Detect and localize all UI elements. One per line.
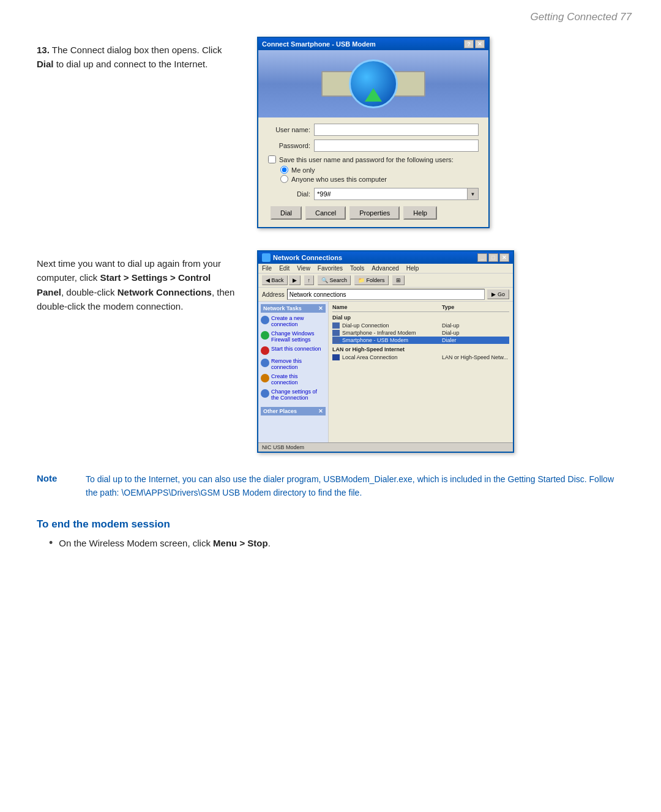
network-sidebar: Network Tasks ✕ Create a new connection …: [258, 302, 329, 442]
network-toolbar: ◀ Back ▶ ↑ 🔍 Search 📁 Folders ⊞: [258, 274, 513, 288]
section-next-text: Next time you want to dial up again from…: [37, 250, 257, 313]
note-label: Note: [37, 472, 86, 500]
col-name-header: Name: [332, 304, 442, 310]
statusbar-text: NIC USB Modem: [262, 444, 304, 450]
bullet-dot: •: [49, 537, 53, 550]
save-password-checkbox[interactable]: [268, 155, 276, 163]
dial-row: Dial: ▼: [268, 188, 479, 200]
toolbar-back-group: ◀ Back ▶: [262, 275, 301, 285]
cancel-button[interactable]: Cancel: [305, 206, 346, 220]
network-minimize-btn[interactable]: _: [477, 253, 487, 262]
network-close-btn[interactable]: ✕: [499, 253, 509, 262]
sidebar-item-change-windows[interactable]: Change Windows Firewall settings: [261, 330, 326, 343]
anyone-label: Anyone who uses this computer: [291, 176, 387, 183]
sidebar-item-start[interactable]: Start this connection: [261, 346, 326, 355]
section-13-desc1: The Connect dialog box then opens. Click: [52, 45, 222, 55]
titlebar-close-btn[interactable]: ✕: [475, 40, 485, 48]
end-title: To end the modem session: [37, 518, 624, 531]
me-only-radio[interactable]: [280, 166, 288, 174]
section-next-container: Next time you want to dial up again from…: [37, 250, 624, 453]
menu-edit[interactable]: Edit: [279, 265, 289, 272]
menu-view[interactable]: View: [297, 265, 310, 272]
usb-icon: [332, 337, 340, 343]
toolbar-fwd-btn[interactable]: ▶: [289, 275, 301, 285]
save-password-label: Save this user name and password for the…: [279, 156, 454, 163]
connect-dialog-banner: [258, 50, 488, 117]
sidebar-settings-icon: [261, 389, 269, 398]
lan-type: LAN or High-Speed Netw...: [442, 354, 509, 360]
connection-smartphone-infrared[interactable]: Smartphone - Infrared Modem Dial-up: [332, 329, 509, 337]
toolbar-back-btn[interactable]: ◀ Back: [262, 275, 288, 285]
connection-dialup[interactable]: Dial-up Connection Dial-up: [332, 322, 509, 329]
sidebar-item-change-settings[interactable]: Change settings of the Connection: [261, 389, 326, 401]
sidebar-remove-icon: [261, 359, 269, 367]
dialog-buttons: Dial Cancel Properties Help: [268, 206, 479, 220]
sidebar-item-remove[interactable]: Remove this connection: [261, 358, 326, 370]
network-restore-btn[interactable]: □: [488, 253, 498, 262]
network-connections-window: Network Connections _ □ ✕ File Edit View…: [257, 250, 514, 453]
sidebar-item-create-new[interactable]: Create a new connection: [261, 315, 326, 327]
network-statusbar: NIC USB Modem: [258, 442, 513, 452]
section-13-container: 13. The Connect dialog box then opens. C…: [37, 37, 624, 228]
infrared-icon: [332, 330, 340, 336]
network-menubar: File Edit View Favorites Tools Advanced …: [258, 264, 513, 274]
section-13-dial-bold: Dial: [37, 59, 54, 69]
username-input[interactable]: [314, 124, 479, 136]
dial-input[interactable]: [314, 188, 468, 200]
lan-name: Local Area Connection: [342, 354, 442, 360]
toolbar-search-btn[interactable]: 🔍 Search: [318, 275, 351, 285]
connect-dialog: Connect Smartphone - USB Modem ? ✕: [257, 37, 490, 228]
sidebar-change-icon: [261, 331, 269, 340]
me-only-label: Me only: [291, 166, 315, 174]
end-bullet-text: On the Wireless Modem screen, click Menu…: [59, 537, 271, 551]
username-label: User name:: [268, 126, 314, 133]
network-window-title: Network Connections: [273, 254, 342, 261]
menu-advanced[interactable]: Advanced: [372, 265, 398, 272]
toolbar-up-btn[interactable]: ↑: [304, 275, 315, 285]
address-input[interactable]: [287, 289, 485, 300]
toolbar-folders-btn[interactable]: 📁 Folders: [354, 275, 389, 285]
other-places-close[interactable]: ✕: [318, 408, 323, 414]
infrared-name: Smartphone - Infrared Modem: [342, 330, 442, 336]
section-13-desc2: to dial up and connect to the Internet.: [54, 59, 208, 69]
address-go-btn[interactable]: ▶ Go: [487, 289, 509, 299]
infrared-type: Dial-up: [442, 330, 509, 336]
dial-button[interactable]: Dial: [271, 206, 302, 220]
radio-group: Me only Anyone who uses this computer: [280, 166, 479, 183]
next-bold-2: Network Connections: [118, 287, 212, 297]
menu-help[interactable]: Help: [406, 265, 419, 272]
titlebar-help-btn[interactable]: ?: [464, 40, 474, 48]
connection-smartphone-usb[interactable]: Smartphone - USB Modem Dialer: [332, 337, 509, 344]
sidebar-title: Network Tasks ✕: [261, 304, 326, 313]
save-password-row: Save this user name and password for the…: [268, 155, 479, 163]
dialup-name: Dial-up Connection: [342, 322, 442, 329]
end-text-2: .: [268, 538, 271, 548]
menu-favorites[interactable]: Favorites: [318, 265, 343, 272]
other-places-section: Other Places ✕: [261, 407, 326, 415]
menu-file[interactable]: File: [262, 265, 272, 272]
help-button[interactable]: Help: [403, 206, 437, 220]
sidebar-create-this-icon: [261, 374, 269, 382]
password-row: Password:: [268, 140, 479, 152]
network-titlebar-buttons: _ □ ✕: [477, 253, 509, 262]
network-titlebar: Network Connections _ □ ✕: [258, 251, 513, 264]
dial-dropdown[interactable]: ▼: [468, 188, 479, 200]
menu-tools[interactable]: Tools: [350, 265, 364, 272]
username-row: User name:: [268, 124, 479, 136]
toolbar-view-btn[interactable]: ⊞: [392, 275, 405, 285]
password-label: Password:: [268, 142, 314, 149]
globe-icon: [349, 59, 398, 108]
connection-lan[interactable]: Local Area Connection LAN or High-Speed …: [332, 354, 509, 361]
step-number-13: 13.: [37, 45, 50, 55]
sidebar-item-create-this[interactable]: Create this connection: [261, 373, 326, 386]
me-only-row: Me only: [280, 166, 479, 174]
page-header: Getting Connected 77: [531, 11, 632, 23]
sidebar-close-icon[interactable]: ✕: [318, 305, 323, 311]
network-main-header: Name Type: [332, 304, 509, 312]
anyone-radio[interactable]: [280, 175, 288, 183]
dialup-icon: [332, 322, 340, 329]
sidebar-start-icon: [261, 346, 269, 355]
password-input[interactable]: [314, 140, 479, 152]
properties-button[interactable]: Properties: [349, 206, 400, 220]
network-address-bar: Address ▶ Go: [258, 288, 513, 302]
